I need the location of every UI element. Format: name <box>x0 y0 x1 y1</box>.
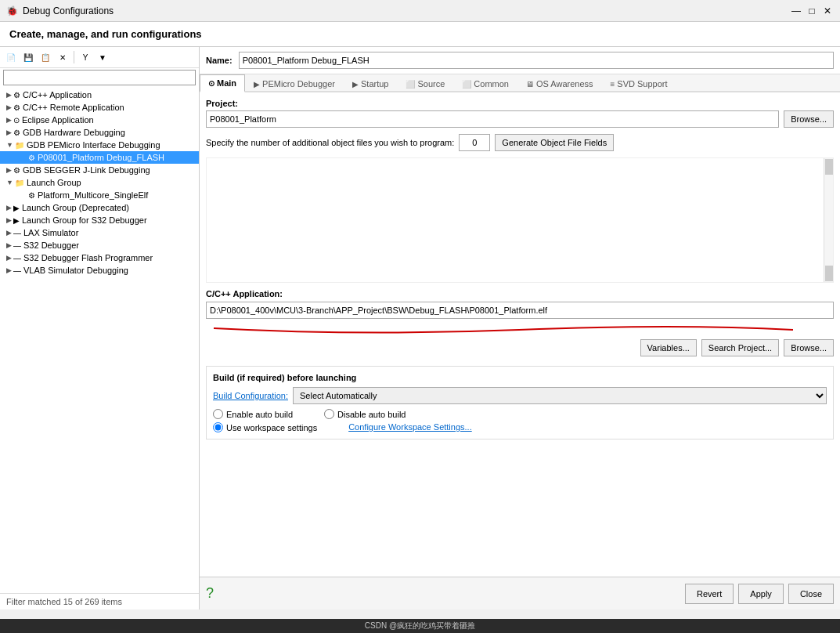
search-container <box>0 68 199 87</box>
tab-label-startup: Startup <box>361 79 388 89</box>
enable-auto-build-radio[interactable] <box>213 409 223 419</box>
tab-common[interactable]: ⬜Common <box>453 74 517 92</box>
disable-auto-build-label: Disable auto build <box>337 410 406 419</box>
label-eclipse-app: Eclipse Application <box>22 115 94 125</box>
filter-button[interactable]: Y <box>78 49 93 65</box>
tree-item-launch-s32[interactable]: ▶ ▶ Launch Group for S32 Debugger <box>0 214 199 226</box>
build-config-select[interactable]: Select AutomaticallyDebugRelease <box>293 387 827 404</box>
close-window-button[interactable]: ✕ <box>821 5 834 17</box>
project-input[interactable] <box>206 110 779 128</box>
enable-auto-build-option[interactable]: Enable auto build <box>213 409 293 419</box>
icon-gdb-hw: ⚙ <box>13 128 20 137</box>
filter-dropdown-button[interactable]: ▼ <box>95 49 110 65</box>
tab-pemicro[interactable]: ▶PEMicro Debugger <box>245 74 344 92</box>
search-input[interactable] <box>3 70 196 85</box>
watermark: CSDN @疯狂的吃鸡买带着砸推 <box>0 619 840 633</box>
tab-icon-svd-support: ≡ <box>611 80 615 89</box>
project-row: Browse... <box>206 110 834 128</box>
tree-item-launch-group-dep[interactable]: ▶ ▶ Launch Group (Deprecated) <box>0 201 199 214</box>
tree-item-platform-mc[interactable]: ⚙ Platform_Multicore_SingleElf <box>0 189 199 201</box>
tree-item-p08001-debug[interactable]: ⚙ P08001_Platform Debug_FLASH <box>0 151 199 164</box>
tree-item-eclipse-app[interactable]: ▶ ⊙ Eclipse Application <box>0 114 199 126</box>
expand-arrow-lax-sim: ▶ <box>6 229 12 237</box>
label-gdb-hw: GDB Hardware Debugging <box>23 128 125 137</box>
tree-item-gdb-hw[interactable]: ▶ ⚙ GDB Hardware Debugging <box>0 126 199 139</box>
tab-source[interactable]: ⬜Source <box>397 74 453 92</box>
apply-button[interactable]: Apply <box>738 584 784 604</box>
build-config-link[interactable]: Build Configuration: <box>213 391 288 400</box>
tree-item-cpp-app[interactable]: ▶ ⚙ C/C++ Application <box>0 89 199 101</box>
expand-arrow-gdb-hw: ▶ <box>6 128 12 136</box>
hint-text: Specify the number of additional object … <box>206 138 454 147</box>
icon-lax-sim: — <box>13 229 21 237</box>
delete-button[interactable]: ✕ <box>55 49 70 65</box>
tab-svd-support[interactable]: ≡SVD Support <box>602 74 676 92</box>
label-gdb-pemicro: GDB PEMicro Interface Debugging <box>27 140 160 150</box>
search-project-button[interactable]: Search Project... <box>701 339 779 356</box>
config-name-input[interactable] <box>239 52 834 69</box>
project-group: Project: Browse... <box>206 99 834 128</box>
disable-auto-build-option[interactable]: Disable auto build <box>324 409 406 419</box>
tab-startup[interactable]: ▶Startup <box>344 74 397 92</box>
app-browse-button[interactable]: Browse... <box>784 339 834 356</box>
radio-row-2: Use workspace settings Configure Workspa… <box>213 422 827 432</box>
scrollbar-thumb[interactable] <box>825 159 833 175</box>
radio-row-1: Enable auto build Disable auto build <box>213 409 827 419</box>
icon-gdb-segger: ⚙ <box>13 166 20 175</box>
icon-s32-flash: — <box>13 254 21 262</box>
minimize-button[interactable]: — <box>790 5 802 17</box>
close-button[interactable]: Close <box>788 584 834 604</box>
generate-fields-button[interactable]: Generate Object File Fields <box>495 134 614 151</box>
app-path-input[interactable] <box>206 302 834 319</box>
tree-item-launch-group[interactable]: ▼ 📁 Launch Group <box>0 176 199 189</box>
tree-item-s32-dbg[interactable]: ▶ — S32 Debugger <box>0 239 199 251</box>
tree-item-cpp-remote[interactable]: ▶ ⚙ C/C++ Remote Application <box>0 101 199 114</box>
help-icon[interactable]: ? <box>206 585 214 602</box>
tree-item-s32-flash[interactable]: ▶ — S32 Debugger Flash Programmer <box>0 251 199 264</box>
label-s32-dbg: S32 Debugger <box>23 241 79 250</box>
app-label: C/C++ Application: <box>206 289 834 298</box>
tree-item-gdb-segger[interactable]: ▶ ⚙ GDB SEGGER J-Link Debugging <box>0 164 199 176</box>
tab-label-common: Common <box>474 79 509 89</box>
expand-arrow-cpp-app: ▶ <box>6 91 12 99</box>
name-label: Name: <box>206 56 233 65</box>
label-vlab-sim: VLAB Simulator Debugging <box>23 266 128 275</box>
tree-item-vlab-sim[interactable]: ▶ — VLAB Simulator Debugging <box>0 264 199 277</box>
disable-auto-build-radio[interactable] <box>324 409 334 419</box>
label-launch-group-dep: Launch Group (Deprecated) <box>22 203 129 212</box>
tab-main[interactable]: ⊙Main <box>200 74 245 92</box>
title-bar-controls: — □ ✕ <box>790 5 834 17</box>
configure-workspace-link[interactable]: Configure Workspace Settings... <box>348 422 472 432</box>
save-button[interactable]: 💾 <box>20 49 36 65</box>
object-files-count-input[interactable] <box>459 134 490 151</box>
tree-item-lax-sim[interactable]: ▶ — LAX Simulator <box>0 226 199 239</box>
scrollbar-thumb-bottom[interactable] <box>825 266 833 281</box>
copy-button[interactable]: 📋 <box>38 49 53 65</box>
tab-label-svd-support: SVD Support <box>617 79 667 89</box>
expand-arrow-vlab-sim: ▶ <box>6 266 12 274</box>
workspace-settings-option[interactable]: Use workspace settings <box>213 422 317 432</box>
tab-icon-startup: ▶ <box>352 80 359 89</box>
maximize-button[interactable]: □ <box>806 5 818 17</box>
icon-launch-group-dep: ▶ <box>13 204 20 212</box>
tab-icon-source: ⬜ <box>406 80 415 89</box>
build-section: Build (if required) before launching Bui… <box>206 366 834 439</box>
label-launch-group: Launch Group <box>27 178 81 187</box>
project-browse-button[interactable]: Browse... <box>784 110 834 128</box>
icon-cpp-app: ⚙ <box>13 91 20 99</box>
tab-os-awareness[interactable]: 🖥OS Awareness <box>517 74 602 92</box>
expand-arrow-launch-s32: ▶ <box>6 216 12 224</box>
build-config-row: Build Configuration: Select Automaticall… <box>213 387 827 404</box>
workspace-settings-radio[interactable] <box>213 422 223 432</box>
tab-icon-common: ⬜ <box>462 80 471 89</box>
icon-gdb-pemicro: 📁 <box>15 141 24 150</box>
expand-arrow-s32-flash: ▶ <box>6 254 12 262</box>
scrollbar[interactable] <box>824 158 833 282</box>
revert-button[interactable]: Revert <box>685 584 734 604</box>
new-config-button[interactable]: 📄 <box>3 49 19 65</box>
label-s32-flash: S32 Debugger Flash Programmer <box>23 253 153 262</box>
tree-item-gdb-pemicro[interactable]: ▼ 📁 GDB PEMicro Interface Debugging <box>0 139 199 151</box>
content-scroll-area <box>206 157 834 283</box>
variables-button[interactable]: Variables... <box>640 339 697 356</box>
title-bar-text: Debug Configurations <box>23 5 114 16</box>
